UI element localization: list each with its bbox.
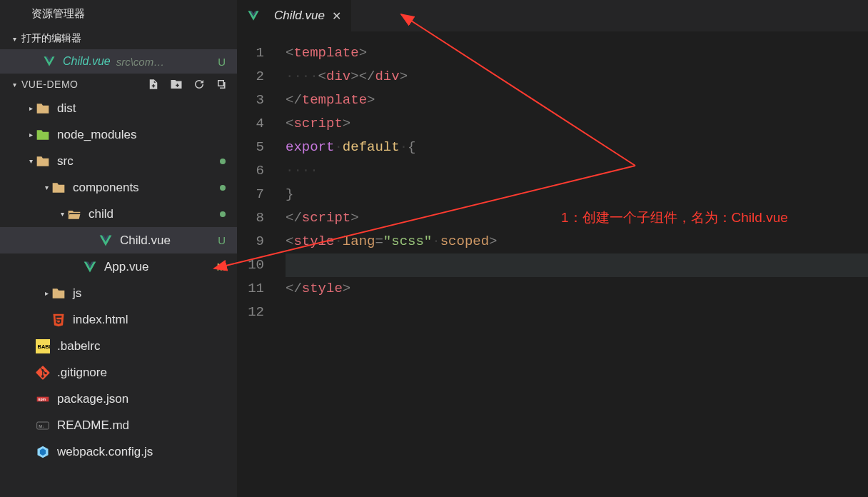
modified-dot-icon <box>220 185 226 191</box>
tree-item--gitignore[interactable]: .gitignore <box>0 359 237 386</box>
tree-item-src[interactable]: ▾src <box>0 148 237 174</box>
code-content[interactable]: <template> ····<div></div> </template> <… <box>286 41 868 497</box>
html-icon <box>51 313 66 327</box>
line-gutter: 123456789101112 <box>237 41 286 497</box>
open-editor-item[interactable]: Child.vue src\com… U <box>0 49 237 74</box>
folder-js-icon <box>51 286 66 301</box>
project-header[interactable]: ▾ VUE-DEMO <box>0 74 237 95</box>
modified-dot-icon <box>220 159 226 164</box>
svg-text:npm: npm <box>38 396 46 401</box>
folder-node-icon <box>36 128 50 142</box>
tree-item-label: App.vue <box>104 260 148 274</box>
chevron-down-icon: ▾ <box>57 210 67 218</box>
chevron-right-icon: ▸ <box>26 104 36 112</box>
folder-icon <box>36 101 50 116</box>
explorer-title: 资源管理器 <box>0 0 237 28</box>
collapse-all-icon[interactable] <box>216 78 228 91</box>
tree-item-label: src <box>57 154 74 169</box>
tree-item-label: components <box>73 181 139 195</box>
tree-item-label: Child.vue <box>120 234 171 248</box>
tree-item-label: index.html <box>73 313 128 327</box>
chevron-right-icon: ▸ <box>26 131 36 139</box>
close-icon[interactable]: ✕ <box>332 9 341 23</box>
open-editors-label: 打开的编辑器 <box>21 32 81 45</box>
tab-child-vue[interactable]: Child.vue ✕ <box>237 0 351 31</box>
vue-icon <box>43 55 56 68</box>
tree-item-js[interactable]: ▸js <box>0 280 237 306</box>
git-status-badge: U <box>218 56 226 68</box>
chevron-down-icon: ▾ <box>41 184 51 191</box>
folder-src-icon <box>36 154 50 169</box>
folder-open-icon <box>67 207 81 221</box>
open-editors-header[interactable]: ▾ 打开的编辑器 <box>0 28 237 49</box>
file-tree: ▸dist▸node_modules▾src▾components▾childC… <box>0 95 237 497</box>
chevron-down-icon: ▾ <box>26 157 36 165</box>
tree-item-label: package.json <box>57 392 128 406</box>
project-name: VUE-DEMO <box>21 79 147 90</box>
chevron-right-icon: ▸ <box>41 289 51 297</box>
open-editor-path: src\com… <box>116 56 218 68</box>
vue-icon <box>247 9 260 22</box>
tree-item-index-html[interactable]: index.html <box>0 306 237 333</box>
modified-dot-icon <box>220 211 226 217</box>
tree-item-label: .babelrc <box>57 339 100 353</box>
tree-item-components[interactable]: ▾components <box>0 174 237 201</box>
tree-item-webpack-config-js[interactable]: webpack.config.js <box>0 438 237 465</box>
svg-text:M↓: M↓ <box>39 423 44 428</box>
refresh-icon[interactable] <box>193 78 206 91</box>
tree-item-dist[interactable]: ▸dist <box>0 95 237 121</box>
chevron-down-icon: ▾ <box>13 81 21 89</box>
babel-icon: BABEL <box>36 339 50 353</box>
tree-item-label: node_modules <box>57 128 137 142</box>
editor-area: Child.vue ✕ 123456789101112 <template> ·… <box>237 0 868 497</box>
md-icon: M↓ <box>36 418 50 433</box>
tree-item-readme-md[interactable]: M↓README.md <box>0 412 237 438</box>
tree-item-label: README.md <box>57 418 129 433</box>
tree-item--babelrc[interactable]: BABEL.babelrc <box>0 333 237 359</box>
git-status-badge: M <box>217 261 226 273</box>
tree-item-label: js <box>73 286 81 301</box>
vue-icon <box>99 234 113 248</box>
tree-item-package-json[interactable]: npmpackage.json <box>0 386 237 412</box>
svg-text:BABEL: BABEL <box>38 343 51 350</box>
tree-item-child[interactable]: ▾child <box>0 201 237 227</box>
tab-bar: Child.vue ✕ <box>237 0 868 31</box>
new-folder-icon[interactable] <box>170 78 183 91</box>
tree-item-child-vue[interactable]: Child.vueU <box>0 227 237 253</box>
open-editor-filename: Child.vue <box>63 55 111 68</box>
webpack-icon <box>36 445 50 459</box>
tab-label: Child.vue <box>274 9 325 23</box>
npm-icon: npm <box>36 392 50 406</box>
tree-item-label: child <box>89 207 113 221</box>
vue-icon <box>83 260 97 274</box>
explorer-sidebar: 资源管理器 ▾ 打开的编辑器 Child.vue src\com… U ▾ VU… <box>0 0 237 497</box>
tree-item-label: webpack.config.js <box>57 445 153 459</box>
git-icon <box>36 366 50 380</box>
tree-item-app-vue[interactable]: App.vueM <box>0 253 237 280</box>
chevron-down-icon: ▾ <box>13 35 21 43</box>
code-area[interactable]: 123456789101112 <template> ····<div></di… <box>237 31 868 497</box>
folder-icon <box>51 181 66 195</box>
tree-item-label: dist <box>57 101 76 116</box>
new-file-icon[interactable] <box>147 78 160 91</box>
project-actions <box>147 78 228 91</box>
tree-item-label: .gitignore <box>57 366 107 380</box>
tree-item-node-modules[interactable]: ▸node_modules <box>0 121 237 148</box>
git-status-badge: U <box>218 234 226 246</box>
